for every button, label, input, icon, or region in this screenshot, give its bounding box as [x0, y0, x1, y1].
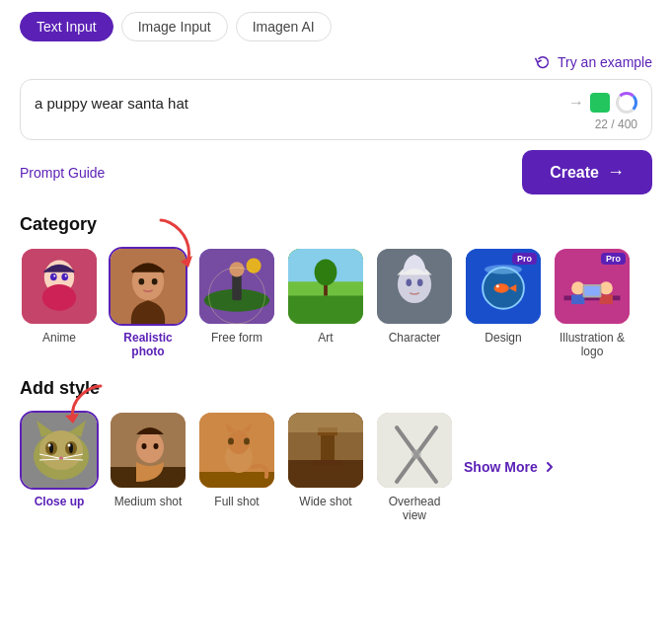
svg-rect-79: [288, 413, 365, 432]
svg-marker-0: [181, 256, 192, 268]
create-arrow-icon: →: [607, 162, 625, 183]
character-label: Character: [389, 331, 441, 345]
category-card-art[interactable]: Art: [286, 247, 365, 358]
show-more-label: Show More: [464, 459, 538, 475]
svg-point-6: [53, 275, 55, 277]
closeup-label: Close up: [35, 495, 85, 508]
try-example-row: Try an example: [0, 53, 672, 79]
prompt-input[interactable]: [35, 95, 560, 112]
svg-rect-40: [600, 295, 613, 305]
svg-point-37: [571, 281, 584, 294]
illustration-label: Illustration & logo: [553, 331, 632, 358]
try-example-label: Try an example: [558, 54, 652, 70]
svg-point-53: [48, 444, 51, 447]
anime-card-image: [20, 247, 99, 326]
illustration-pro-badge: Pro: [601, 253, 626, 265]
svg-point-5: [61, 273, 68, 281]
svg-point-33: [496, 285, 499, 288]
wideshot-card-image: [286, 411, 365, 490]
chevron-right-icon: [542, 459, 558, 475]
svg-point-27: [417, 278, 423, 286]
style-section: Add style: [0, 374, 672, 538]
design-pro-badge: Pro: [512, 253, 537, 265]
create-button[interactable]: Create →: [522, 150, 652, 194]
svg-point-39: [600, 281, 613, 294]
action-row: Prompt Guide Create →: [0, 140, 672, 210]
svg-rect-78: [313, 460, 342, 465]
svg-point-72: [244, 438, 250, 445]
prompt-guide-link[interactable]: Prompt Guide: [20, 165, 105, 181]
fullshot-label: Full shot: [214, 495, 259, 508]
svg-point-31: [494, 283, 509, 293]
category-cards: Anime Realistic phot: [0, 247, 672, 366]
category-card-illustration[interactable]: Pro Illustration & logo: [553, 247, 632, 358]
style-cards: Close up Medium shot: [0, 411, 672, 530]
svg-rect-38: [571, 295, 584, 305]
try-example-link[interactable]: Try an example: [534, 53, 652, 71]
svg-marker-43: [65, 414, 79, 424]
character-card-image: [375, 247, 454, 326]
svg-point-64: [154, 443, 159, 449]
category-card-character[interactable]: Character: [375, 247, 454, 358]
category-section: Category: [0, 210, 672, 374]
design-label: Design: [485, 331, 521, 345]
art-label: Art: [318, 331, 333, 345]
svg-point-23: [315, 259, 337, 285]
svg-point-7: [65, 275, 67, 277]
style-card-overhead[interactable]: Overhead view: [375, 411, 454, 522]
input-icons: →: [568, 92, 637, 114]
svg-rect-19: [288, 291, 363, 324]
anime-label: Anime: [42, 331, 76, 345]
category-arrow-icon: [153, 216, 196, 270]
svg-point-63: [142, 443, 147, 449]
art-card-image: [286, 247, 365, 326]
realistic-label: Realistic photo: [109, 331, 187, 358]
category-title: Category: [0, 214, 672, 247]
freeform-label: Free form: [211, 331, 262, 345]
refresh-icon: [534, 53, 552, 71]
create-label: Create: [550, 164, 599, 182]
tab-image-input[interactable]: Image Input: [121, 12, 228, 41]
svg-point-71: [228, 438, 234, 445]
svg-point-34: [485, 265, 522, 274]
design-card-image: Pro: [464, 247, 543, 326]
svg-point-11: [152, 278, 158, 285]
overhead-label: Overhead view: [375, 495, 454, 522]
svg-point-26: [406, 278, 411, 286]
loading-spinner: [616, 92, 637, 114]
overhead-card-image: [375, 411, 454, 490]
show-more-button[interactable]: Show More: [464, 459, 558, 475]
char-count: 22 / 400: [595, 117, 637, 131]
tab-bar: Text Input Image Input Imagen AI: [0, 0, 672, 53]
svg-point-17: [247, 259, 261, 273]
svg-point-84: [411, 449, 421, 459]
svg-point-4: [50, 273, 57, 281]
svg-point-54: [68, 444, 71, 447]
category-card-freeform[interactable]: Free form: [197, 247, 276, 358]
fullshot-card-image: [197, 411, 276, 490]
svg-point-3: [42, 284, 76, 311]
svg-rect-76: [321, 432, 335, 462]
freeform-card-image: [197, 247, 276, 326]
arrow-icon: →: [568, 94, 584, 112]
medium-card-image: [109, 411, 187, 490]
wideshot-label: Wide shot: [299, 495, 351, 508]
svg-rect-42: [584, 286, 599, 296]
style-card-wideshot[interactable]: Wide shot: [286, 411, 365, 508]
svg-point-15: [229, 262, 244, 276]
medium-label: Medium shot: [114, 495, 183, 508]
style-card-fullshot[interactable]: Full shot: [197, 411, 276, 508]
category-card-anime[interactable]: Anime: [20, 247, 99, 358]
svg-point-10: [139, 278, 145, 285]
text-input-area: → 22 / 400: [20, 79, 652, 140]
svg-point-62: [136, 431, 164, 463]
category-card-design[interactable]: Pro Design: [464, 247, 543, 358]
tab-text-input[interactable]: Text Input: [20, 12, 113, 41]
tab-imagen-ai[interactable]: Imagen AI: [236, 12, 332, 41]
style-card-medium[interactable]: Medium shot: [109, 411, 187, 508]
stop-button[interactable]: [590, 93, 610, 113]
illustration-card-image: Pro: [553, 247, 632, 326]
style-arrow-icon: [59, 382, 109, 425]
